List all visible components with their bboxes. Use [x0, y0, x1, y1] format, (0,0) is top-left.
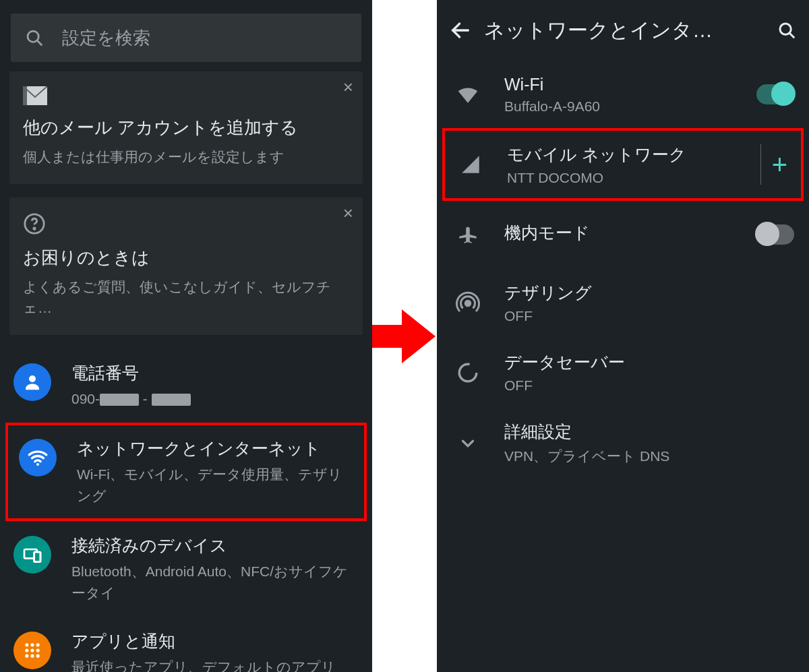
svg-point-18 [30, 654, 34, 658]
tethering-title: テザリング [504, 282, 794, 304]
devices-row[interactable]: 接続済みのデバイス Bluetooth、Android Auto、NFC/おサイ… [0, 521, 372, 617]
mobile-network-row[interactable]: モバイル ネットワーク NTT DOCOMO + [445, 131, 801, 198]
person-icon [13, 363, 51, 401]
svg-point-11 [25, 643, 28, 646]
search-icon[interactable] [777, 20, 797, 40]
tethering-row[interactable]: テザリング OFF [437, 268, 809, 338]
svg-point-5 [34, 227, 35, 228]
svg-marker-20 [372, 309, 436, 363]
divider [760, 144, 761, 185]
advanced-subtitle: VPN、プライベート DNS [504, 447, 794, 466]
search-icon [24, 28, 44, 48]
devices-row-title: 接続済みのデバイス [71, 534, 359, 557]
redacted [152, 394, 191, 406]
wifi-subtitle: Buffalo-A-9A60 [504, 98, 736, 115]
transition-arrow [372, 0, 437, 672]
wifi-title: Wi-Fi [504, 75, 736, 94]
mail-card-subtitle: 個人または仕事用のメールを設定します [23, 146, 349, 168]
devices-icon [13, 536, 51, 574]
close-icon[interactable]: × [343, 204, 353, 222]
back-icon[interactable] [449, 19, 472, 42]
datasaver-row[interactable]: データセーバー OFF [437, 338, 809, 407]
add-icon[interactable]: + [772, 151, 791, 178]
wifi-icon [452, 82, 484, 107]
header: ネットワークとインタ… [437, 0, 809, 61]
wifi-row[interactable]: Wi-Fi Buffalo-A-9A60 [437, 61, 809, 128]
airplane-toggle[interactable] [756, 224, 794, 245]
svg-rect-3 [23, 86, 27, 105]
svg-point-24 [465, 301, 471, 306]
header-title: ネットワークとインタ… [484, 17, 765, 44]
network-screen: ネットワークとインタ… Wi-Fi Buffalo-A-9A60 モバイル ネッ… [437, 0, 809, 672]
chevron-down-icon [452, 433, 484, 454]
highlight-box: ネットワークとインターネット Wi-Fi、モバイル、データ使用量、テザリング [5, 423, 367, 521]
apps-row-title: アプリと通知 [71, 630, 359, 652]
help-icon [23, 212, 46, 235]
svg-rect-9 [34, 552, 40, 562]
network-row[interactable]: ネットワークとインターネット Wi-Fi、モバイル、データ使用量、テザリング [15, 435, 357, 509]
advanced-row[interactable]: 詳細設定 VPN、プライベート DNS [437, 407, 809, 479]
svg-point-12 [30, 643, 34, 646]
network-row-subtitle: Wi-Fi、モバイル、データ使用量、テザリング [77, 464, 353, 506]
svg-line-1 [37, 40, 42, 45]
settings-screen: 設定を検索 × 他のメール アカウントを追加する 個人または仕事用のメールを設定… [0, 0, 372, 672]
datasaver-icon [452, 361, 484, 384]
phone-number-row[interactable]: 電話番号 090- - [0, 348, 372, 423]
svg-point-14 [25, 648, 28, 652]
arrow-right-icon [372, 306, 437, 367]
hotspot-icon [452, 291, 484, 315]
airplane-icon [452, 223, 484, 246]
highlight-box: モバイル ネットワーク NTT DOCOMO + [442, 128, 804, 201]
close-icon[interactable]: × [343, 78, 353, 96]
devices-row-subtitle: Bluetooth、Android Auto、NFC/おサイフケータイ [71, 561, 359, 603]
phone-row-value: 090- - [71, 388, 359, 410]
phone-prefix: 090- [71, 391, 100, 406]
svg-point-7 [36, 463, 39, 466]
tethering-subtitle: OFF [504, 308, 794, 324]
datasaver-subtitle: OFF [504, 377, 794, 394]
mail-card[interactable]: × 他のメール アカウントを追加する 個人または仕事用のメールを設定します [9, 71, 363, 184]
apps-row-subtitle: 最近使ったアプリ、デフォルトのアプリ [71, 656, 359, 672]
help-card[interactable]: × お困りのときは よくあるご質問、使いこなしガイド、セルフチェ… [9, 197, 363, 335]
search-placeholder: 設定を検索 [62, 26, 150, 50]
apps-row[interactable]: アプリと通知 最近使ったアプリ、デフォルトのアプリ [0, 617, 372, 672]
svg-point-16 [36, 648, 40, 652]
mail-card-title: 他のメール アカウントを追加する [23, 116, 349, 140]
redacted [100, 394, 139, 406]
help-card-subtitle: よくあるご質問、使いこなしガイド、セルフチェ… [23, 276, 349, 319]
mobile-title: モバイル ネットワーク [507, 144, 735, 166]
svg-point-25 [459, 364, 477, 381]
svg-point-6 [29, 375, 36, 382]
wifi-toggle[interactable] [756, 84, 794, 104]
wifi-icon [19, 439, 57, 477]
svg-point-0 [28, 31, 38, 42]
svg-point-19 [36, 654, 40, 658]
svg-line-23 [789, 33, 794, 38]
airplane-row[interactable]: 機内モード [437, 201, 809, 268]
signal-icon [454, 153, 487, 176]
mail-icon [23, 86, 47, 105]
svg-point-17 [25, 654, 28, 658]
airplane-title: 機内モード [504, 222, 736, 244]
mobile-subtitle: NTT DOCOMO [507, 170, 735, 186]
datasaver-title: データセーバー [504, 351, 794, 373]
help-card-title: お困りのときは [23, 246, 349, 270]
advanced-title: 詳細設定 [504, 421, 794, 443]
network-row-title: ネットワークとインターネット [77, 437, 353, 460]
search-bar[interactable]: 設定を検索 [11, 13, 361, 62]
phone-row-title: 電話番号 [71, 362, 359, 384]
svg-point-15 [30, 648, 34, 652]
svg-point-13 [36, 643, 40, 646]
svg-point-22 [780, 24, 791, 34]
apps-icon [13, 632, 51, 669]
